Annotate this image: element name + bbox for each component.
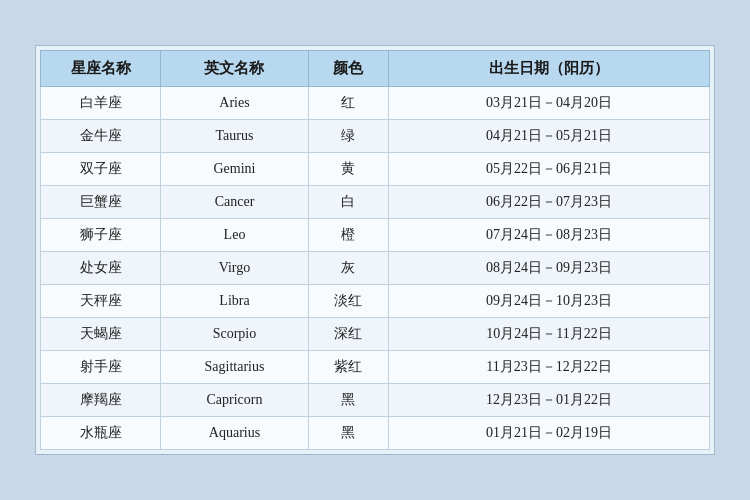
cell-zh: 天秤座 (41, 285, 161, 318)
cell-date: 09月24日－10月23日 (388, 285, 709, 318)
cell-date: 07月24日－08月23日 (388, 219, 709, 252)
table-row: 狮子座Leo橙07月24日－08月23日 (41, 219, 710, 252)
cell-zh: 双子座 (41, 153, 161, 186)
cell-color: 黄 (308, 153, 388, 186)
cell-en: Libra (161, 285, 308, 318)
cell-en: Taurus (161, 120, 308, 153)
cell-color: 紫红 (308, 351, 388, 384)
table-row: 天蝎座Scorpio深红10月24日－11月22日 (41, 318, 710, 351)
cell-color: 橙 (308, 219, 388, 252)
cell-date: 11月23日－12月22日 (388, 351, 709, 384)
table-row: 摩羯座Capricorn黑12月23日－01月22日 (41, 384, 710, 417)
cell-color: 淡红 (308, 285, 388, 318)
cell-en: Cancer (161, 186, 308, 219)
cell-zh: 白羊座 (41, 87, 161, 120)
cell-color: 绿 (308, 120, 388, 153)
cell-zh: 射手座 (41, 351, 161, 384)
cell-date: 10月24日－11月22日 (388, 318, 709, 351)
table-row: 金牛座Taurus绿04月21日－05月21日 (41, 120, 710, 153)
cell-color: 深红 (308, 318, 388, 351)
cell-en: Capricorn (161, 384, 308, 417)
cell-color: 黑 (308, 384, 388, 417)
cell-en: Virgo (161, 252, 308, 285)
table-row: 巨蟹座Cancer白06月22日－07月23日 (41, 186, 710, 219)
table-row: 水瓶座Aquarius黑01月21日－02月19日 (41, 417, 710, 450)
cell-date: 04月21日－05月21日 (388, 120, 709, 153)
header-date: 出生日期（阳历） (388, 51, 709, 87)
cell-en: Aquarius (161, 417, 308, 450)
table-row: 处女座Virgo灰08月24日－09月23日 (41, 252, 710, 285)
cell-zh: 巨蟹座 (41, 186, 161, 219)
table-row: 双子座Gemini黄05月22日－06月21日 (41, 153, 710, 186)
cell-zh: 天蝎座 (41, 318, 161, 351)
cell-en: Sagittarius (161, 351, 308, 384)
cell-color: 白 (308, 186, 388, 219)
table-row: 白羊座Aries红03月21日－04月20日 (41, 87, 710, 120)
cell-date: 01月21日－02月19日 (388, 417, 709, 450)
table-body: 白羊座Aries红03月21日－04月20日金牛座Taurus绿04月21日－0… (41, 87, 710, 450)
cell-date: 08月24日－09月23日 (388, 252, 709, 285)
cell-en: Scorpio (161, 318, 308, 351)
zodiac-table-container: 星座名称 英文名称 颜色 出生日期（阳历） 白羊座Aries红03月21日－04… (35, 45, 715, 455)
cell-zh: 处女座 (41, 252, 161, 285)
cell-zh: 狮子座 (41, 219, 161, 252)
cell-en: Gemini (161, 153, 308, 186)
cell-color: 红 (308, 87, 388, 120)
zodiac-table: 星座名称 英文名称 颜色 出生日期（阳历） 白羊座Aries红03月21日－04… (40, 50, 710, 450)
header-en: 英文名称 (161, 51, 308, 87)
cell-zh: 金牛座 (41, 120, 161, 153)
cell-zh: 摩羯座 (41, 384, 161, 417)
cell-date: 12月23日－01月22日 (388, 384, 709, 417)
cell-date: 06月22日－07月23日 (388, 186, 709, 219)
cell-zh: 水瓶座 (41, 417, 161, 450)
cell-color: 黑 (308, 417, 388, 450)
table-row: 射手座Sagittarius紫红11月23日－12月22日 (41, 351, 710, 384)
cell-date: 05月22日－06月21日 (388, 153, 709, 186)
cell-color: 灰 (308, 252, 388, 285)
table-row: 天秤座Libra淡红09月24日－10月23日 (41, 285, 710, 318)
cell-en: Aries (161, 87, 308, 120)
table-header-row: 星座名称 英文名称 颜色 出生日期（阳历） (41, 51, 710, 87)
header-color: 颜色 (308, 51, 388, 87)
cell-date: 03月21日－04月20日 (388, 87, 709, 120)
header-zh: 星座名称 (41, 51, 161, 87)
cell-en: Leo (161, 219, 308, 252)
